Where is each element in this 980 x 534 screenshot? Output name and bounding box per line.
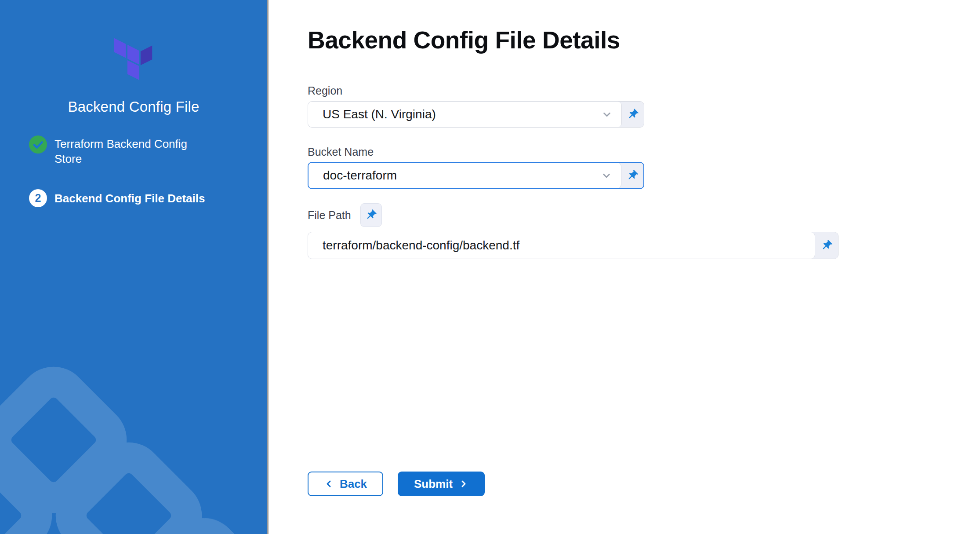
form-panel: Backend Config File Details Region US Ea… (267, 0, 980, 534)
check-icon (29, 135, 47, 154)
pin-icon (626, 169, 639, 182)
step-terraform-backend-config-store[interactable]: Terraform Backend Config Store (29, 135, 254, 166)
region-value: US East (N. Virginia) (323, 107, 436, 121)
region-field-group: US East (N. Virginia) (308, 101, 644, 128)
watermark-pattern (0, 356, 267, 534)
bucket-name-label: Bucket Name (308, 146, 980, 158)
wizard-window: Backend Config File Terraform Backend Co… (0, 0, 980, 534)
wizard-steps: Terraform Backend Config Store 2 Backend… (29, 135, 254, 207)
pin-icon (365, 209, 377, 221)
file-path-pin-button[interactable] (815, 232, 838, 259)
submit-button-label: Submit (414, 477, 453, 491)
back-button-label: Back (340, 477, 367, 491)
file-path-input[interactable] (308, 232, 815, 259)
step-label: Backend Config File Details (54, 191, 205, 206)
chevron-right-icon (458, 479, 468, 489)
step-label: Terraform Backend Config Store (54, 135, 213, 166)
wizard-title: Backend Config File (0, 99, 267, 115)
region-label: Region (308, 84, 980, 97)
step-number-badge: 2 (29, 189, 47, 207)
back-button[interactable]: Back (308, 472, 383, 496)
chevron-down-icon (601, 170, 612, 181)
form-actions: Back Submit (308, 472, 980, 496)
file-path-label-pin-button[interactable] (360, 203, 382, 227)
step-backend-config-file-details[interactable]: 2 Backend Config File Details (29, 189, 254, 207)
pin-icon (627, 108, 639, 121)
bucket-name-field-group: doc-terraform (308, 162, 644, 189)
wizard-sidebar: Backend Config File Terraform Backend Co… (0, 0, 267, 534)
file-path-label: File Path (308, 209, 351, 221)
pin-icon (820, 239, 833, 252)
bucket-name-select[interactable]: doc-terraform (309, 163, 621, 188)
chevron-down-icon (601, 109, 613, 120)
chevron-left-icon (324, 479, 334, 489)
page-title: Backend Config File Details (308, 28, 980, 52)
bucket-name-value: doc-terraform (323, 168, 397, 183)
bucket-name-pin-button[interactable] (621, 163, 643, 188)
submit-button[interactable]: Submit (398, 472, 485, 496)
file-path-field-group (308, 232, 838, 259)
region-pin-button[interactable] (622, 102, 644, 127)
region-select[interactable]: US East (N. Virginia) (308, 102, 622, 127)
terraform-logo-icon (114, 33, 153, 80)
file-path-label-row: File Path (308, 203, 980, 227)
